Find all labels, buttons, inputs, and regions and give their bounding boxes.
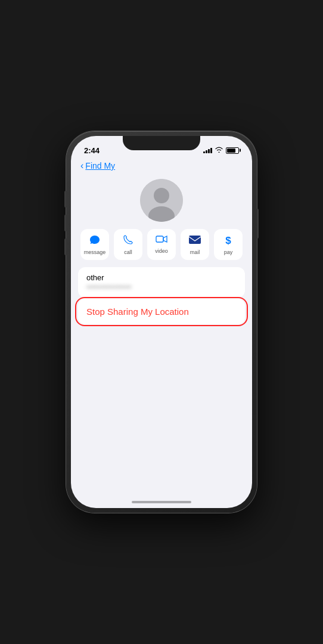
svg-rect-3	[156, 236, 163, 242]
signal-icon	[203, 147, 212, 153]
back-button[interactable]: ‹ Find My	[80, 161, 243, 171]
info-contact-value: ••••••••••••••••••	[86, 283, 237, 292]
contact-info-section: other ••••••••••••••••••	[78, 267, 245, 298]
call-button[interactable]: call	[114, 229, 142, 260]
message-label: message	[84, 249, 106, 255]
video-icon	[156, 235, 167, 246]
navigation-bar: ‹ Find My	[71, 159, 252, 174]
message-icon	[89, 235, 100, 247]
call-icon	[123, 235, 133, 247]
battery-icon	[226, 147, 239, 154]
mail-button[interactable]: mail	[181, 229, 209, 260]
phone-screen: 2:44	[71, 136, 252, 508]
avatar-section	[71, 174, 252, 229]
action-buttons-row: message call video	[71, 229, 252, 267]
pay-button[interactable]: $ pay	[214, 229, 243, 260]
info-category-label: other	[86, 273, 237, 282]
pay-icon: $	[225, 235, 231, 247]
stop-sharing-button[interactable]: Stop Sharing My Location	[78, 299, 245, 324]
status-time: 2:44	[84, 146, 100, 155]
avatar	[140, 179, 183, 222]
info-row-label: other ••••••••••••••••••	[78, 267, 245, 298]
pay-label: pay	[224, 249, 233, 255]
back-label: Find My	[85, 161, 115, 171]
wifi-icon	[215, 147, 223, 154]
svg-rect-4	[189, 236, 201, 244]
mail-label: mail	[190, 249, 200, 255]
stop-sharing-label: Stop Sharing My Location	[86, 306, 189, 317]
video-button[interactable]: video	[147, 229, 176, 260]
home-bar[interactable]	[132, 501, 191, 503]
svg-point-1	[154, 188, 169, 203]
phone-notch	[123, 136, 200, 150]
phone-frame: 2:44	[66, 131, 257, 513]
message-button[interactable]: message	[80, 229, 109, 260]
status-icons	[203, 147, 239, 154]
back-chevron-icon: ‹	[80, 161, 83, 171]
call-label: call	[124, 249, 132, 255]
video-label: video	[155, 248, 168, 254]
stop-sharing-section: Stop Sharing My Location	[78, 299, 245, 324]
mail-icon	[188, 235, 201, 247]
